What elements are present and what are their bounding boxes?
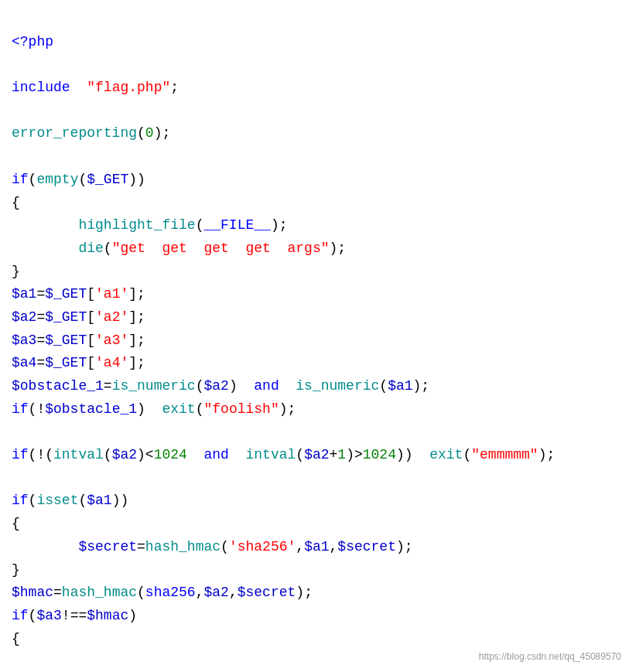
obstacle1-ref: $obstacle_1	[45, 401, 137, 417]
intval-func-1: intval	[53, 447, 104, 462]
hmac-var: $hmac	[12, 585, 53, 600]
get-var-1: $_GET	[87, 172, 128, 187]
zero-num: 0	[145, 125, 154, 141]
if-keyword-1: if	[12, 172, 29, 187]
if-keyword-4: if	[12, 493, 29, 508]
sha256-const: sha256	[145, 585, 196, 600]
intval-func-2: intval	[246, 447, 296, 462]
get-a2: $_GET	[45, 309, 87, 325]
a1-var: $a1	[12, 286, 36, 302]
num-1: 1	[337, 447, 346, 462]
a2-key: 'a2'	[95, 309, 128, 325]
a1-key: 'a1'	[95, 286, 128, 302]
include-string: "flag.php"	[87, 80, 170, 95]
isset-func: isset	[36, 493, 78, 508]
hmac-ref: $hmac	[87, 608, 128, 623]
include-keyword: include	[12, 80, 70, 95]
a1-ref-1: $a1	[388, 378, 412, 394]
highlight-file-func: highlight_file	[78, 217, 195, 233]
hash-hmac-func-2: hash_hmac	[62, 585, 137, 600]
a3-key: 'a3'	[95, 333, 128, 348]
if-keyword-2: if	[12, 401, 29, 417]
error-reporting-func: error_reporting	[12, 125, 137, 141]
empty-func: empty	[36, 172, 78, 187]
exit-func-1: exit	[162, 401, 195, 417]
die-string-1: "get get get get args"	[112, 240, 330, 256]
is-numeric-1: is_numeric	[112, 378, 196, 394]
a2-ref-2: $a2	[112, 447, 137, 462]
emmmmm-string: "emmmmm"	[471, 447, 538, 462]
sha256-string-1: 'sha256'	[229, 539, 296, 554]
get-a1: $_GET	[45, 286, 87, 302]
a2-var: $a2	[12, 309, 36, 325]
a2-ref-1: $a2	[203, 378, 228, 394]
a2-ref-4: $a2	[203, 585, 228, 600]
get-a4: $_GET	[45, 355, 87, 370]
get-a3: $_GET	[45, 333, 87, 348]
file-const: __FILE__	[203, 217, 270, 233]
is-numeric-2: is_numeric	[296, 378, 379, 394]
secret-ref-2: $secret	[238, 585, 296, 600]
die-func-1: die	[78, 240, 103, 256]
obstacle1-var: $obstacle_1	[12, 378, 104, 394]
if-keyword-3: if	[12, 447, 29, 462]
a3-ref: $a3	[36, 608, 61, 623]
and-keyword-2: and	[203, 447, 228, 462]
foolish-string: "foolish"	[203, 401, 279, 417]
a1-ref-3: $a1	[304, 539, 329, 554]
code-container: <?php include "flag.php"; error_reportin…	[12, 8, 617, 672]
secret-var: $secret	[78, 539, 137, 554]
and-keyword-1: and	[254, 378, 279, 394]
hash-hmac-func-1: hash_hmac	[145, 539, 220, 554]
a2-ref-3: $a2	[304, 447, 329, 462]
a1-ref-2: $a1	[87, 493, 111, 508]
php-opening-tag: <?php	[12, 34, 53, 49]
num-1024: 1024	[154, 447, 187, 462]
watermark: https://blog.csdn.net/qq_45089570	[479, 650, 621, 664]
if-keyword-5: if	[12, 608, 29, 623]
exit-func-2: exit	[429, 447, 463, 462]
a4-var: $a4	[12, 355, 36, 370]
secret-ref-1: $secret	[337, 539, 396, 554]
a3-var: $a3	[12, 333, 36, 348]
a4-key: 'a4'	[95, 355, 128, 370]
num-1024b: 1024	[363, 447, 396, 462]
